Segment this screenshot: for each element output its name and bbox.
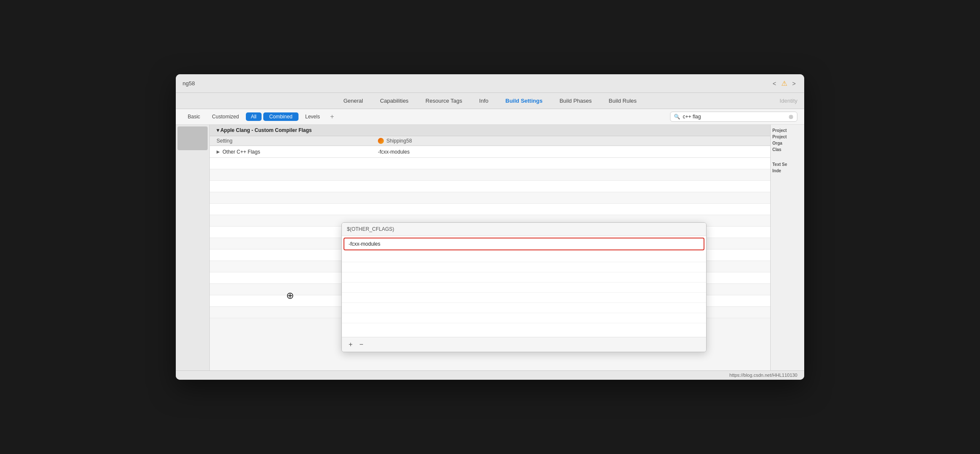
popup-selected-entry[interactable]: -fcxx-modules <box>344 238 704 250</box>
main-content: ▾ Apple Clang - Custom Compiler Flags Se… <box>176 125 804 370</box>
section-title: Apple Clang - Custom Compiler Flags <box>220 127 312 133</box>
forward-arrow-icon[interactable]: > <box>791 79 797 88</box>
tab-resource-tags[interactable]: Resource Tags <box>417 95 470 106</box>
right-inde-label: Inde <box>772 168 803 173</box>
popup-empty-row <box>342 313 706 323</box>
table-row[interactable]: ▶ Other C++ Flags -fcxx-modules <box>210 146 770 158</box>
tab-build-phases[interactable]: Build Phases <box>551 95 600 106</box>
popup-add-button[interactable]: + <box>347 341 354 348</box>
section-expand-arrow[interactable]: ▾ <box>217 127 220 133</box>
right-text-se-label: Text Se <box>772 162 803 167</box>
right-project-label: Project <box>772 128 803 133</box>
empty-row <box>210 181 770 192</box>
popup-footer: + − <box>342 337 706 352</box>
status-bar: https://blog.csdn.net/HHL110130 <box>176 370 804 380</box>
main-window: ng58 < ⚠ > General Capabilities Resource… <box>176 74 804 380</box>
back-arrow-icon[interactable]: < <box>771 79 778 88</box>
search-icon: 🔍 <box>674 114 680 120</box>
popup-empty-row <box>342 283 706 293</box>
filter-all[interactable]: All <box>246 112 262 121</box>
empty-row <box>210 169 770 181</box>
value-cell: -fcxx-modules <box>378 149 763 155</box>
filter-customized[interactable]: Customized <box>207 112 244 121</box>
popup-empty-row <box>342 252 706 262</box>
empty-row <box>210 192 770 204</box>
title-bar: ng58 < ⚠ > <box>176 74 804 93</box>
right-class-label: Clas <box>772 147 803 152</box>
filter-basic[interactable]: Basic <box>183 112 205 121</box>
right-project2-label: Project <box>772 135 803 139</box>
row-expand-arrow[interactable]: ▶ <box>217 149 220 154</box>
filter-combined[interactable]: Combined <box>263 112 299 121</box>
window-title: ng58 <box>183 80 195 87</box>
tab-build-rules[interactable]: Build Rules <box>600 95 645 106</box>
section-header: ▾ Apple Clang - Custom Compiler Flags <box>210 125 770 136</box>
tab-info[interactable]: Info <box>471 95 497 106</box>
warning-icon: ⚠ <box>781 79 787 87</box>
popup-empty-row <box>342 262 706 272</box>
popup-empty-area <box>342 252 706 337</box>
col-shipping-header: Shipping58 <box>378 138 763 144</box>
identity-label: Identity <box>780 98 797 104</box>
popup-header: $(OTHER_CFLAGS) <box>342 223 706 236</box>
popup-editor: $(OTHER_CFLAGS) -fcxx-modules + − <box>341 222 707 352</box>
sidebar-placeholder <box>177 126 208 150</box>
tab-capabilities[interactable]: Capabilities <box>372 95 417 106</box>
shipping-icon <box>378 138 384 144</box>
search-box: 🔍 ⊗ <box>670 112 797 122</box>
title-bar-controls: < ⚠ > <box>771 79 797 88</box>
filter-levels[interactable]: Levels <box>300 112 325 121</box>
table-header: Setting Shipping58 <box>210 136 770 146</box>
right-panel: Project Project Orga Clas Text Se Inde <box>770 125 804 370</box>
setting-label: Other C++ Flags <box>222 149 260 155</box>
tab-general[interactable]: General <box>335 95 372 106</box>
secondary-toolbar: Basic Customized All Combined Levels + 🔍… <box>176 109 804 125</box>
right-org-label: Orga <box>772 141 803 146</box>
add-tab-button[interactable]: + <box>327 113 337 121</box>
popup-empty-row <box>342 272 706 283</box>
search-clear-icon[interactable]: ⊗ <box>789 113 794 120</box>
popup-empty-row <box>342 293 706 303</box>
popup-empty-row <box>342 303 706 313</box>
popup-entries: -fcxx-modules <box>342 236 706 252</box>
popup-remove-button[interactable]: − <box>358 341 365 348</box>
shipping-label: Shipping58 <box>386 138 412 144</box>
tab-build-settings[interactable]: Build Settings <box>497 95 551 106</box>
empty-row <box>210 158 770 169</box>
search-input[interactable] <box>683 114 786 120</box>
status-url: https://blog.csdn.net/HHL110130 <box>729 373 797 378</box>
col-setting-header: Setting <box>217 138 378 144</box>
empty-row <box>210 204 770 215</box>
setting-cell: ▶ Other C++ Flags <box>217 149 378 155</box>
main-tab-bar: General Capabilities Resource Tags Info … <box>176 93 804 109</box>
left-sidebar <box>176 125 210 370</box>
